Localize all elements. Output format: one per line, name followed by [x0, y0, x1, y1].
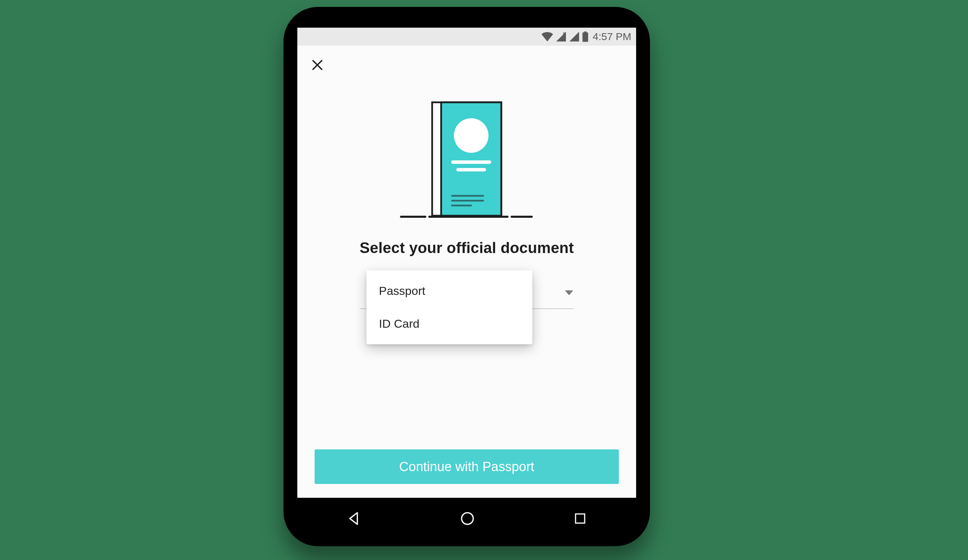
close-icon [311, 58, 324, 73]
battery-icon [582, 31, 588, 42]
continue-button[interactable]: Continue with Passport [315, 449, 619, 484]
nav-recent-button[interactable] [572, 511, 588, 526]
page-title: Select your official document [297, 239, 636, 257]
content-area: Select your official document Passport I… [297, 46, 636, 498]
svg-rect-15 [575, 514, 585, 523]
device-screen: R 4:57 PM [297, 28, 636, 498]
svg-point-14 [462, 513, 473, 524]
svg-text:R: R [563, 32, 566, 36]
chevron-down-icon [565, 290, 573, 295]
menu-item-passport[interactable]: Passport [366, 275, 532, 307]
svg-rect-13 [451, 205, 472, 206]
menu-item-id-card[interactable]: ID Card [366, 307, 532, 340]
passport-illustration [391, 98, 543, 222]
continue-button-label: Continue with Passport [399, 459, 534, 474]
svg-rect-1 [582, 33, 588, 42]
nav-back-button[interactable] [346, 510, 362, 527]
cellular-signal-icon: R [556, 32, 566, 41]
device-frame: R 4:57 PM [283, 7, 650, 546]
cellular-signal-2-icon [569, 32, 579, 41]
android-status-bar: R 4:57 PM [297, 28, 636, 46]
svg-rect-2 [584, 31, 587, 33]
svg-rect-11 [451, 195, 484, 197]
svg-rect-9 [451, 161, 491, 164]
android-nav-bar [297, 501, 636, 536]
svg-rect-12 [451, 200, 484, 202]
svg-rect-10 [456, 168, 486, 171]
wifi-icon [541, 32, 553, 41]
svg-point-8 [454, 118, 489, 153]
close-button[interactable] [307, 55, 328, 76]
status-bar-time: 4:57 PM [593, 31, 631, 43]
nav-home-button[interactable] [459, 510, 476, 527]
document-type-menu: Passport ID Card [366, 270, 532, 344]
